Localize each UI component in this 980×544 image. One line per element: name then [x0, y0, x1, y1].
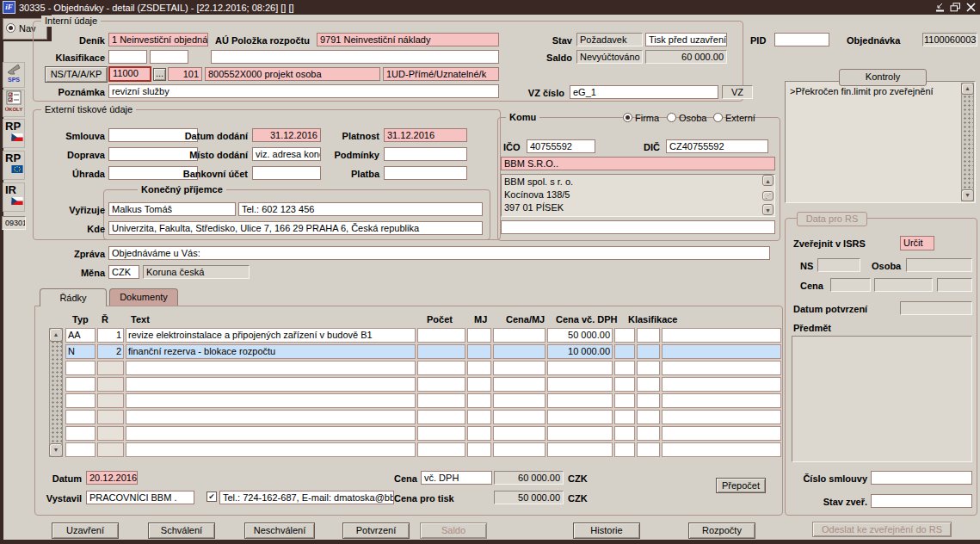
- kp-field[interactable]: 1UD-Přímé/Uznatelné/k: [383, 67, 499, 81]
- schvaleni-button[interactable]: Schválení: [148, 522, 215, 539]
- cell-pocet[interactable]: [417, 393, 465, 408]
- cell-pocet[interactable]: [417, 328, 465, 343]
- cell-typ[interactable]: [65, 377, 96, 392]
- table-row[interactable]: [65, 377, 781, 392]
- firma-radio[interactable]: [623, 113, 632, 122]
- platnost-field[interactable]: 31.12.2016: [384, 128, 467, 142]
- cell-cena_mj[interactable]: [493, 426, 545, 441]
- cell-k2[interactable]: [637, 361, 660, 375]
- cell-mj[interactable]: [467, 410, 491, 424]
- adresa-scroll-down[interactable]: ▼: [762, 204, 774, 215]
- cell-k1[interactable]: [614, 361, 635, 375]
- poznamka-field[interactable]: revizní služby: [108, 84, 499, 98]
- cell-pocet[interactable]: [417, 426, 465, 441]
- misto-dodani-field[interactable]: viz. adresa kone: [252, 147, 321, 161]
- cislo-smlouvy-field[interactable]: [871, 471, 972, 485]
- dic-field[interactable]: CZ40755592: [666, 139, 768, 153]
- cell-pocet[interactable]: [417, 344, 465, 359]
- table-row[interactable]: [65, 426, 781, 441]
- klasifikace-field-2[interactable]: [150, 50, 188, 64]
- podminky-field[interactable]: [384, 147, 467, 161]
- cell-text[interactable]: finanční rezerva - blokace rozpočtu: [126, 344, 416, 359]
- cell-r[interactable]: [97, 377, 124, 392]
- cell-text[interactable]: revize elektroinstalace a připojených za…: [126, 328, 416, 343]
- kontroly-scrollbar[interactable]: [961, 83, 974, 201]
- stav-zver-field[interactable]: [871, 494, 972, 508]
- contact-checkbox[interactable]: ✔: [206, 491, 217, 502]
- table-scroll-down[interactable]: ▼: [49, 443, 63, 457]
- tisk-field[interactable]: Tisk před uzavření: [645, 33, 727, 46]
- sidebar-item-sps[interactable]: SPS: [3, 62, 25, 88]
- cell-extra[interactable]: [662, 344, 781, 359]
- cell-mj[interactable]: [467, 442, 491, 457]
- ico-field[interactable]: 40755592: [527, 139, 595, 153]
- cell-cena_dph[interactable]: [547, 361, 613, 375]
- minimize-icon[interactable]: [934, 2, 946, 12]
- table-row[interactable]: [65, 442, 781, 457]
- cell-k1[interactable]: [614, 393, 635, 408]
- vz-cislo-field[interactable]: eG_1: [570, 85, 718, 99]
- mena-code-field[interactable]: CZK: [108, 265, 139, 279]
- cell-mj[interactable]: [467, 426, 491, 441]
- cell-cena_mj[interactable]: [493, 361, 545, 375]
- cell-typ[interactable]: [65, 410, 96, 424]
- table-row[interactable]: [65, 361, 781, 375]
- ns-ta-a-kp-button[interactable]: NS/TA/A/KP: [45, 66, 108, 83]
- cell-cena_mj[interactable]: [493, 393, 545, 408]
- table-scrollbar[interactable]: [49, 328, 63, 457]
- cell-k1[interactable]: [614, 426, 635, 441]
- au-polozka-field[interactable]: 9791 Neinvestiční náklady: [317, 33, 499, 46]
- cell-k2[interactable]: [637, 426, 660, 441]
- bankovni-ucet-field[interactable]: [252, 166, 321, 180]
- tab-radky[interactable]: Řádky: [40, 288, 107, 306]
- contact-field[interactable]: Tel.: 724-162-687, E-mail: dmatoska@bbm.: [219, 491, 394, 504]
- tab-dokumenty[interactable]: Dokumenty: [109, 288, 178, 306]
- cell-mj[interactable]: [467, 344, 491, 359]
- cell-pocet[interactable]: [417, 442, 465, 457]
- ns-field[interactable]: 11000: [108, 66, 151, 82]
- cell-r[interactable]: 2: [97, 344, 124, 359]
- rozpocty-button[interactable]: Rozpočty: [688, 522, 755, 539]
- table-row[interactable]: AA1revize elektroinstalace a připojených…: [65, 328, 781, 343]
- firma-nazev-field[interactable]: BBM S.R.O..: [501, 157, 775, 170]
- osoba-radio[interactable]: [667, 113, 676, 122]
- klasifikace-field-3[interactable]: [211, 50, 499, 64]
- ta-field[interactable]: 101: [168, 67, 202, 81]
- cell-r[interactable]: 1: [97, 328, 124, 343]
- potvrzeni-button[interactable]: Potvrzení: [342, 522, 410, 539]
- platba-field[interactable]: [384, 166, 467, 180]
- sidebar-item-rp-eu[interactable]: RP: [3, 151, 25, 180]
- sidebar-item-ukoly[interactable]: ÚKOLY: [3, 90, 25, 117]
- cell-extra[interactable]: [662, 377, 781, 392]
- cell-cena_dph[interactable]: [547, 426, 613, 441]
- cell-typ[interactable]: AA: [65, 328, 96, 343]
- adresa-scroll-grip[interactable]: ⋰: [762, 191, 774, 201]
- externi-radio-label[interactable]: Externí: [725, 113, 755, 123]
- cell-r[interactable]: [97, 442, 124, 457]
- cell-extra[interactable]: [662, 393, 781, 408]
- close-icon[interactable]: [965, 2, 977, 12]
- kontroly-scroll-down[interactable]: ▼: [961, 189, 974, 201]
- osoba-radio-label[interactable]: Osoba: [679, 113, 706, 123]
- klasifikace-field-1[interactable]: [108, 50, 147, 64]
- cell-k2[interactable]: [637, 410, 660, 424]
- cell-typ[interactable]: [65, 361, 96, 375]
- cell-k1[interactable]: [614, 442, 635, 457]
- cell-text[interactable]: [126, 442, 416, 457]
- cell-k2[interactable]: [637, 393, 660, 408]
- cell-k1[interactable]: [614, 410, 635, 424]
- cell-text[interactable]: [126, 393, 416, 408]
- cell-cena_dph[interactable]: 10 000.00: [547, 344, 613, 359]
- sidebar-item-ir-cz[interactable]: IR: [3, 182, 25, 212]
- vz-button[interactable]: VZ: [722, 85, 753, 99]
- kontroly-button[interactable]: Kontroly: [839, 69, 927, 86]
- cell-cena_mj[interactable]: [493, 377, 545, 392]
- cell-extra[interactable]: [662, 361, 781, 375]
- cell-cena_dph[interactable]: [547, 377, 613, 392]
- cell-pocet[interactable]: [417, 377, 465, 392]
- cell-pocet[interactable]: [417, 361, 465, 375]
- table-row[interactable]: N2finanční rezerva - blokace rozpočtu10 …: [65, 344, 781, 359]
- vystavil-field[interactable]: PRACOVNÍCI BBM .: [86, 491, 194, 504]
- cell-text[interactable]: [126, 361, 416, 375]
- cell-k1[interactable]: [614, 328, 635, 343]
